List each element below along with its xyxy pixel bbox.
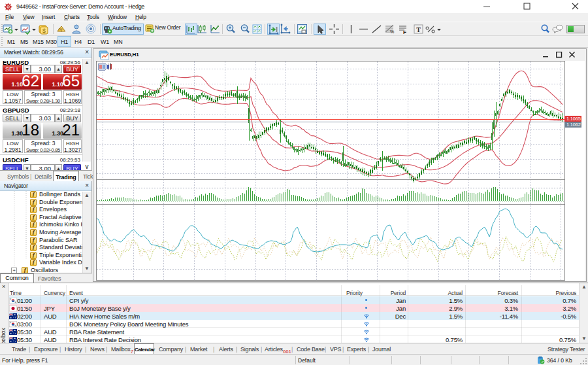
svg-text:T: T [416,26,421,33]
svg-text:$: $ [42,27,46,34]
svg-text:%: % [390,29,394,34]
svg-text:F: F [403,29,406,35]
